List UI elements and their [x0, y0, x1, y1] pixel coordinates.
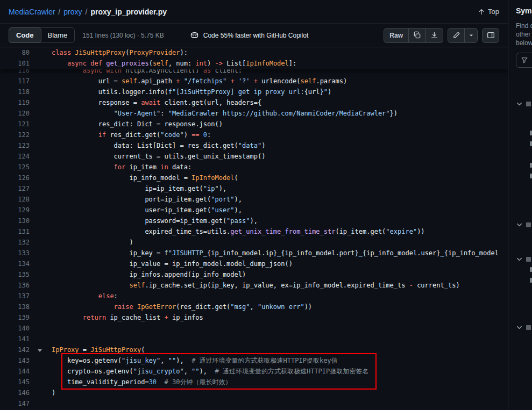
symbols-toggle-button[interactable] — [482, 28, 499, 43]
code-line: 140 — [0, 323, 508, 334]
code-text: if res_dict.get("code") == 0: — [52, 130, 211, 140]
code-text: async with httpx.AsyncClient() as client… — [52, 69, 242, 76]
line-number[interactable]: 132 — [0, 237, 30, 248]
line-number[interactable]: 127 — [0, 183, 30, 194]
code-line: 141 — [0, 334, 508, 344]
line-number[interactable]: 142 — [0, 344, 30, 355]
filter-funnel-icon — [521, 56, 528, 64]
collapse-chevron-icon[interactable] — [38, 349, 42, 352]
code-line: 125 for ip_item in data: — [0, 162, 508, 172]
code-text: raise IpGetError(res_dict.get("msg", "un… — [52, 301, 312, 312]
line-number[interactable]: 139 — [0, 312, 30, 323]
line-number[interactable]: 144 — [0, 366, 30, 377]
line-number[interactable]: 119 — [0, 97, 30, 108]
code-gutter — [30, 269, 52, 280]
code-line: 123 data: List[Dict] = res_dict.get("dat… — [0, 140, 508, 151]
file-stats: 151 lines (130 loc) · 5.75 KB — [82, 32, 164, 39]
copilot-banner[interactable]: Code 55% faster with GitHub Copilot — [190, 31, 308, 40]
symbol-item-stub[interactable] — [530, 267, 532, 272]
line-number[interactable]: 137 — [0, 291, 30, 301]
tab-blame[interactable]: Blame — [41, 28, 75, 42]
code-line: 101 async def get_proxies(self, num: int… — [0, 58, 508, 69]
symbol-group-toggle[interactable] — [515, 322, 532, 332]
line-number[interactable]: 145 — [0, 377, 30, 387]
line-number[interactable]: 130 — [0, 215, 30, 226]
line-number[interactable]: 135 — [0, 269, 30, 280]
partial-line-inner: 116 async with httpx.AsyncClient() as cl… — [0, 69, 508, 76]
line-number[interactable]: 128 — [0, 194, 30, 205]
caret-down-icon — [468, 32, 474, 39]
breadcrumb-repo-link[interactable]: MediaCrawler — [9, 8, 55, 16]
line-number[interactable]: 126 — [0, 172, 30, 183]
code-line: 116 async with httpx.AsyncClient() as cl… — [0, 69, 508, 76]
symbol-item-stub[interactable] — [530, 141, 532, 146]
copy-button[interactable] — [409, 28, 426, 43]
code-line: 128 port=ip_item.get("port"), — [0, 194, 508, 205]
code-line: 117 url = self.api_path + "/fetchips" + … — [0, 76, 508, 87]
back-to-top-icon — [478, 8, 485, 16]
github-code-view: MediaCrawler / proxy / proxy_ip_provider… — [0, 0, 532, 410]
line-number[interactable]: 120 — [0, 108, 30, 119]
download-button[interactable] — [426, 28, 443, 43]
tab-code[interactable]: Code — [9, 27, 41, 43]
line-number[interactable]: 141 — [0, 334, 30, 344]
line-number[interactable]: 136 — [0, 280, 30, 291]
code-area: 80class JiSuHttpProxy(ProxyProvider):101… — [0, 47, 508, 410]
code-gutter — [30, 108, 52, 119]
symbol-group-toggle[interactable] — [515, 254, 532, 264]
breadcrumb: MediaCrawler / proxy / proxy_ip_provider… — [0, 0, 508, 24]
line-number[interactable]: 124 — [0, 151, 30, 162]
code-gutter — [30, 301, 52, 312]
line-number[interactable]: 147 — [0, 398, 30, 409]
symbols-description: Find definitions and references for func… — [516, 21, 532, 47]
chevron-down-icon — [515, 323, 523, 332]
line-number[interactable]: 122 — [0, 130, 30, 140]
raw-button[interactable]: Raw — [384, 28, 409, 43]
symbol-item-stub[interactable] — [530, 278, 532, 283]
line-number[interactable]: 117 — [0, 76, 30, 87]
line-number[interactable]: 133 — [0, 248, 30, 258]
line-number[interactable]: 116 — [0, 69, 30, 76]
code-gutter — [30, 344, 52, 355]
copilot-icon — [190, 31, 199, 40]
line-number[interactable]: 146 — [0, 387, 30, 398]
symbol-item-stub[interactable] — [530, 174, 532, 178]
code-gutter — [30, 237, 52, 248]
code-line: 129 user=ip_item.get("user"), — [0, 205, 508, 215]
line-number[interactable]: 118 — [0, 87, 30, 97]
line-number[interactable]: 134 — [0, 258, 30, 269]
symbol-label-stub — [526, 325, 531, 330]
code-text: IpProxy = JiSuHttpProxy( — [52, 344, 145, 355]
code-text: current_ts = utils.get_unix_timestamp() — [52, 151, 265, 162]
symbol-group-toggle[interactable] — [515, 220, 532, 229]
line-number[interactable]: 121 — [0, 119, 30, 130]
symbols-filter-input[interactable] — [516, 53, 532, 68]
line-number[interactable]: 138 — [0, 301, 30, 312]
code-gutter — [30, 194, 52, 205]
code-line: 137 else: — [0, 291, 508, 301]
symbol-group-toggle[interactable] — [515, 99, 532, 109]
pencil-icon — [452, 31, 460, 39]
line-number[interactable]: 125 — [0, 162, 30, 172]
symbols-description-line: Find definitions and references for func… — [516, 21, 532, 30]
line-number[interactable]: 129 — [0, 205, 30, 215]
breadcrumb-folder-link[interactable]: proxy — [63, 8, 82, 16]
code-gutter — [30, 387, 52, 398]
line-number[interactable]: 131 — [0, 226, 30, 237]
line-number[interactable]: 143 — [0, 355, 30, 366]
edit-dropdown-button[interactable] — [465, 28, 478, 43]
back-to-top-link[interactable]: Top — [478, 8, 499, 16]
line-number[interactable]: 123 — [0, 140, 30, 151]
symbol-item-stub[interactable] — [530, 131, 532, 135]
line-number[interactable]: 140 — [0, 323, 30, 334]
copy-icon — [413, 31, 421, 39]
symbol-item-stub[interactable] — [530, 163, 532, 168]
edit-button[interactable] — [448, 28, 465, 43]
code-text: class JiSuHttpProxy(ProxyProvider): — [52, 47, 188, 58]
line-number[interactable]: 101 — [0, 58, 30, 69]
chevron-down-icon — [515, 221, 523, 229]
line-number[interactable]: 80 — [0, 47, 30, 58]
code-text: async def get_proxies(self, num: int) ->… — [52, 58, 296, 69]
code-text: crypto=os.getenv("jisu_crypto", ""), # 通… — [52, 366, 368, 377]
chevron-down-icon — [515, 100, 523, 108]
